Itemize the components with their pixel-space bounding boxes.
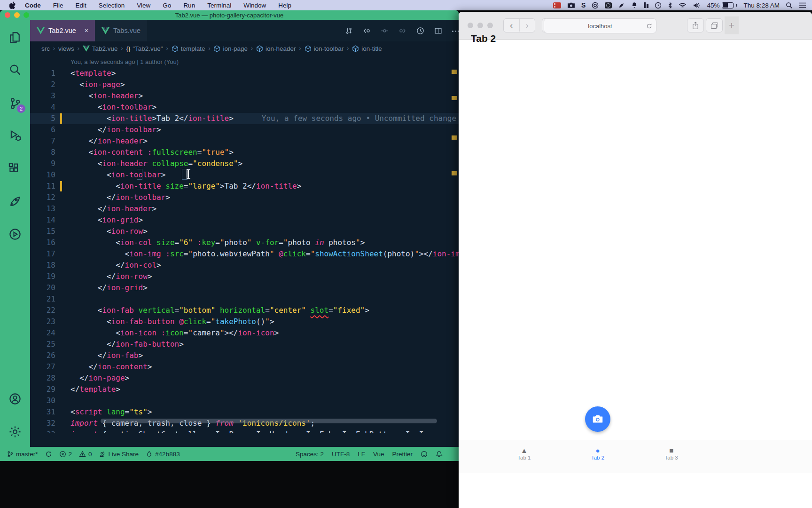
wifi-icon[interactable] [679,1,687,9]
code-line-31[interactable]: 31<script lang="ts"> [30,406,459,418]
code-line-12[interactable]: 12 </ion-toolbar> [30,192,459,203]
ionic-tab-tab-3[interactable]: ■Tab 3 [634,440,708,464]
account-icon[interactable] [8,392,22,406]
tab-overview-button[interactable] [706,18,723,32]
reload-icon[interactable] [646,23,652,29]
next-change-icon[interactable] [398,27,406,35]
rocket-icon[interactable] [618,1,625,9]
recording-icon[interactable] [553,1,561,9]
status-item-feedback-icon[interactable] [421,451,428,458]
run-debug-icon[interactable] [8,128,22,143]
status-item-2[interactable]: 2 [59,451,72,458]
search-icon[interactable] [8,63,22,77]
status-item-utf-8[interactable]: UTF-8 [332,451,350,458]
ionic-tab-tab-1[interactable]: ▲Tab 1 [487,440,561,464]
status-item-sync-icon[interactable] [45,451,52,458]
code-line-23[interactable]: 23 <ion-fab-button @click="takePhoto()"> [30,316,459,327]
bluetooth-icon[interactable] [668,1,672,9]
code-line-8[interactable]: 8 <ion-content :fullscreen="true"> [30,147,459,158]
code-line-7[interactable]: 7 </ion-header> [30,135,459,147]
code-line-33[interactable]: 33import { actionSheetController, IonPag… [30,429,459,433]
code-line-29[interactable]: 29</template> [30,384,459,395]
status-item-bell-icon[interactable] [436,451,443,458]
code-line-14[interactable]: 14 <ion-grid> [30,214,459,226]
breadcrumb[interactable]: src›views›Tab2.vue›{}"Tab2.vue"›template… [30,41,459,56]
code-line-21[interactable]: 21 [30,294,459,305]
settings-gear-icon[interactable] [8,425,22,439]
status-item-live-share[interactable]: Live Share [99,451,139,458]
close-window-button[interactable] [468,23,473,28]
menu-item-edit[interactable]: Edit [70,2,93,9]
vscode-titlebar[interactable]: Tab2.vue — photo-gallery-capacitor-vue [0,10,459,20]
code-line-9[interactable]: 9 <ion-header collapse="condense"> [30,158,459,169]
code-line-15[interactable]: 15 <ion-row> [30,226,459,237]
menu-clock[interactable]: Thu 8:28 AM [743,2,780,9]
menu-item-file[interactable]: File [47,2,70,9]
code-line-26[interactable]: 26 </ion-fab> [30,350,459,361]
code-line-19[interactable]: 19 </ion-row> [30,271,459,282]
breadcrumb-item-src[interactable]: src [41,45,50,52]
current-change-icon[interactable] [381,27,389,35]
breadcrumb-item--tab2-vue-[interactable]: {}"Tab2.vue" [126,45,163,52]
menu-item-run[interactable]: Run [177,2,201,9]
camera-fab-button[interactable] [585,406,610,432]
window-tiles-icon[interactable] [644,1,648,9]
code-line-25[interactable]: 25 </ion-fab-button> [30,339,459,350]
shush-icon[interactable]: S [581,1,586,9]
code-editor[interactable]: You, a few seconds ago | 1 author (You)1… [30,56,459,433]
url-field[interactable]: localhost [544,18,656,33]
play-circle-icon[interactable] [8,227,22,241]
status-item-spaces-2[interactable]: Spaces: 2 [296,451,324,458]
code-line-22[interactable]: 22 <ion-fab vertical="bottom" horizontal… [30,305,459,316]
code-line-30[interactable]: 30 [30,395,459,406]
code-line-28[interactable]: 28 </ion-page> [30,373,459,384]
spotlight-search-icon[interactable] [786,1,793,9]
breadcrumb-item-ion-title[interactable]: ion-title [352,45,382,52]
breadcrumb-item-ion-header[interactable]: ion-header [256,45,296,52]
status-item-lf[interactable]: LF [358,451,365,458]
code-line-3[interactable]: 3 <ion-header> [30,90,459,102]
menu-item-selection[interactable]: Selection [93,2,131,9]
status-item-master*[interactable]: master* [7,451,38,458]
apple-menu-icon[interactable] [9,1,16,9]
code-line-2[interactable]: 2 <ion-page> [30,79,459,90]
code-line-18[interactable]: 18 </ion-col> [30,260,459,271]
tab-tab2-vue[interactable]: Tab2.vue × [30,20,95,41]
code-line-6[interactable]: 6 </ion-toolbar> [30,124,459,135]
menu-item-help[interactable]: Help [272,2,297,9]
history-icon[interactable] [416,27,424,35]
code-line-4[interactable]: 4 <ion-toolbar> [30,102,459,113]
breadcrumb-item-ion-page[interactable]: ion-page [213,45,248,52]
close-tab-icon[interactable]: × [85,27,88,34]
code-line-10[interactable]: 10 <ion-toolbar> [30,169,459,181]
code-line-5[interactable]: 5 <ion-title>Tab 2</ion-title>You, a few… [30,113,459,124]
screen-record-icon[interactable] [605,1,612,9]
breadcrumb-item-ion-toolbar[interactable]: ion-toolbar [304,45,344,52]
previous-change-icon[interactable] [363,27,371,35]
git-compare-icon[interactable] [345,27,353,35]
breadcrumb-item-template[interactable]: template [172,45,205,52]
horizontal-scrollbar[interactable] [101,419,437,423]
menu-item-window[interactable]: Window [237,2,272,9]
code-line-20[interactable]: 20 </ion-grid> [30,282,459,294]
new-tab-button[interactable]: + [725,16,739,34]
menu-item-view[interactable]: View [131,2,156,9]
maximize-window-button[interactable] [487,23,493,28]
codelens-authors[interactable]: You, a few seconds ago | 1 author (You) [30,56,459,68]
code-line-13[interactable]: 13 </ion-header> [30,203,459,214]
menu-item-app[interactable]: Code [19,2,47,9]
status-item-vue[interactable]: Vue [373,451,384,458]
code-line-24[interactable]: 24 <ion-icon :icon="camera"></ion-icon> [30,327,459,339]
battery-indicator[interactable]: 45% [707,2,737,9]
status-item-#42b883[interactable]: #42b883 [146,451,180,458]
split-editor-icon[interactable] [434,27,442,35]
at-circle-icon[interactable] [592,1,599,9]
code-line-11[interactable]: 11 <ion-title size="large">Tab 2</ion-ti… [30,181,459,192]
notification-bell-icon[interactable] [631,1,638,9]
rocket-icon[interactable] [8,194,22,208]
breadcrumb-item-views[interactable]: views [58,45,74,52]
menu-item-go[interactable]: Go [156,2,177,9]
source-control-icon[interactable]: 2 [8,96,22,111]
control-center-icon[interactable] [799,1,806,9]
breadcrumb-item-tab2-vue[interactable]: Tab2.vue [83,45,118,52]
